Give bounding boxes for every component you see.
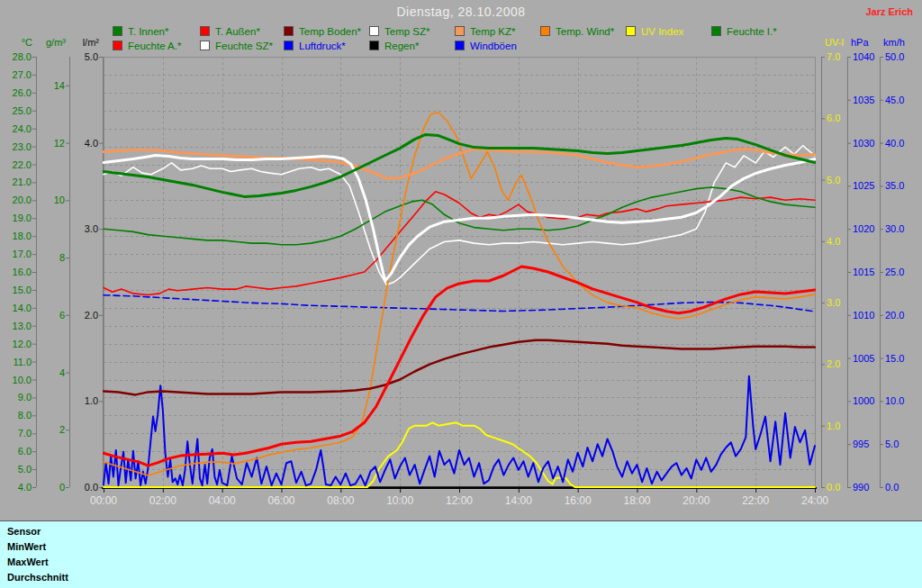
axis-lm2: 5.04.03.02.01.00.0l/m² [83, 37, 104, 493]
axis-unit-label: °C [22, 37, 32, 48]
axis-tick-label: 12.0 [13, 339, 32, 349]
axis-tick-label: 30.0 [885, 223, 904, 234]
axis-tick-label: 1010 [853, 310, 874, 321]
axis-tick-label: 0 [59, 482, 65, 493]
axis-unit-label: km/h [883, 37, 905, 48]
axis-tick-label: 19.0 [13, 213, 32, 223]
axis-tick-label: 9.0 [18, 392, 32, 403]
x-tick-label: 20:00 [682, 494, 710, 507]
axis-tick-label: 14.0 [13, 303, 32, 313]
axis-tick-label: 6 [59, 310, 65, 321]
axis-tick-label: 20.0 [885, 310, 904, 321]
x-tick-label: 00:00 [90, 494, 117, 507]
axis-tick-label: 17.0 [13, 249, 32, 259]
x-tick-label: 04:00 [209, 494, 236, 507]
axis-tick-label: 11.0 [13, 357, 32, 367]
x-tick-label: 24:00 [801, 494, 828, 507]
axis-tick-label: 8.0 [18, 410, 32, 421]
axis-tick-label: 5.0 [827, 175, 840, 185]
axis-unit-label: l/m² [83, 37, 100, 48]
axis-tick-label: 4.0 [827, 236, 840, 247]
axis-tick-label: 5.0 [885, 439, 899, 449]
axis-tick-label: 10.0 [13, 375, 32, 385]
axis-tick-label: 4.0 [18, 482, 32, 493]
axis-tick-label: 28.0 [13, 51, 32, 62]
axis-gm3: 14121086420g/m³ [46, 37, 70, 493]
axis-tick-label: 45.0 [885, 95, 904, 105]
axis-tick-label: 995 [853, 439, 869, 449]
axis-tick-label: 23.0 [13, 141, 32, 152]
axis-tick-label: 1000 [853, 395, 874, 406]
axis-tick-label: 35.0 [885, 180, 904, 191]
axis-tick-label: 1.0 [827, 421, 840, 431]
row-label: Sensor [0, 524, 79, 539]
x-tick-label: 02:00 [149, 494, 176, 507]
gridlines [104, 57, 815, 487]
axis-tick-label: 10.0 [885, 395, 904, 406]
axis-tick-label: 5.0 [18, 464, 32, 475]
axis-tick-label: 20.0 [13, 194, 32, 205]
axis-tick-label: 6.0 [827, 113, 840, 123]
x-tick-label: 18:00 [623, 494, 650, 507]
axis-tick-label: 3.0 [827, 297, 840, 308]
axis-tick-label: 4 [59, 367, 65, 378]
weather-day-view: Dienstag, 28.10.2008 Jarz Erich T. Innen… [0, 0, 922, 588]
axis-tick-label: 7.0 [18, 428, 32, 439]
axis-tick-label: 24.0 [13, 123, 32, 134]
row-label: MinWert [0, 539, 79, 555]
axis-tick-label: 3.0 [85, 223, 98, 234]
axis-uv: 7.06.05.04.03.02.01.00.0UV-I [821, 37, 844, 493]
x-tick-label: 22:00 [742, 494, 769, 507]
axis-tick-label: 14 [54, 80, 65, 91]
axis-tick-label: 4.0 [85, 138, 98, 149]
axis-tick-label: 8 [59, 252, 65, 263]
axis-tick-label: 2.0 [85, 310, 98, 321]
axis-tick-label: 0.0 [885, 482, 899, 493]
axis-tick-label: 25.0 [13, 105, 32, 116]
axis-tick-label: 26.0 [13, 87, 32, 98]
axis-tick-label: 25.0 [885, 267, 904, 277]
table-row-label-column: SensorMinWertMaxWertDurchschnitt [0, 521, 79, 588]
x-tick-label: 08:00 [327, 494, 354, 507]
axis-tick-label: 990 [853, 482, 869, 493]
axis-tick-label: 13.0 [13, 321, 32, 331]
axis-hpa: 1040103510301025102010151010100510009959… [847, 37, 874, 493]
axis-tick-label: 1035 [853, 95, 874, 105]
axis-tick-label: 2 [59, 424, 65, 435]
axis-tick-label: 27.0 [13, 69, 32, 80]
axis-tick-label: 2.0 [827, 358, 840, 369]
axis-tick-label: 15.0 [885, 353, 904, 364]
weather-chart: 28.027.026.025.024.023.022.021.020.019.0… [0, 0, 922, 520]
axis-tick-label: 22.0 [13, 159, 32, 170]
series-luftdruck [104, 295, 815, 312]
axis-tick-label: 1025 [853, 180, 874, 191]
axis-tick-label: 10 [54, 194, 65, 205]
row-label: MaxWert [0, 555, 79, 570]
axis-tick-label: 50.0 [885, 51, 904, 62]
axis-tick-label: 7.0 [827, 51, 840, 62]
axis-tick-label: 5.0 [85, 51, 98, 62]
axis-tick-label: 1.0 [85, 395, 98, 406]
axis-unit-label: hPa [851, 37, 869, 48]
axis-tick-label: 16.0 [13, 267, 32, 277]
axis-tick-label: 0.0 [85, 482, 98, 493]
axis-unit-label: UV-I [825, 37, 844, 48]
axis-tick-label: 15.0 [13, 285, 32, 295]
axis-tick-label: 18.0 [13, 231, 32, 241]
axis-C: 28.027.026.025.024.023.022.021.020.019.0… [13, 37, 37, 493]
x-tick-label: 10:00 [386, 494, 413, 507]
x-tick-label: 06:00 [267, 494, 294, 507]
row-label: Durchschnitt [0, 570, 79, 585]
axis-tick-label: 40.0 [885, 138, 904, 149]
x-axis: 00:0002:0004:0006:0008:0010:0012:0014:00… [90, 488, 828, 507]
axis-tick-label: 6.0 [18, 446, 32, 457]
axis-tick-label: 12 [54, 138, 65, 149]
x-tick-label: 14:00 [505, 494, 532, 507]
axis-tick-label: 1040 [853, 51, 874, 62]
axis-unit-label: g/m³ [46, 37, 66, 48]
series-temp-kz [104, 149, 815, 179]
summary-table: SensorMinWertMaxWertDurchschnitt [0, 520, 922, 588]
x-tick-label: 12:00 [446, 494, 473, 507]
axis-tick-label: 1030 [853, 138, 874, 149]
axis-tick-label: 1015 [853, 267, 874, 277]
